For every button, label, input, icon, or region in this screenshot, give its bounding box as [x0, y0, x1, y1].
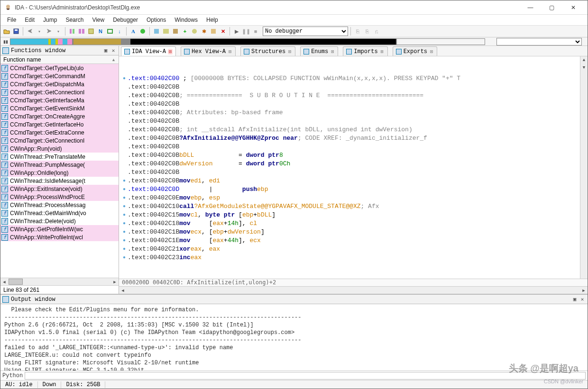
- nav-combo[interactable]: [496, 38, 582, 45]
- menu-windows[interactable]: Windows: [171, 16, 202, 24]
- output-close-icon[interactable]: ✕: [579, 296, 586, 303]
- back-drop-icon[interactable]: ▾: [35, 27, 44, 36]
- tool-plus-icon[interactable]: +: [181, 27, 189, 36]
- code-line[interactable]: ●.text:00402C23 inc eax: [121, 253, 586, 262]
- code-line[interactable]: ●.text:00402C18 mov [eax+14h], cl: [121, 219, 586, 228]
- back-icon[interactable]: ⮜: [26, 27, 34, 36]
- code-line[interactable]: .text:00402C0B ; int __stdcall AfxInitia…: [121, 126, 586, 134]
- tool-h-icon[interactable]: [190, 27, 199, 36]
- function-row[interactable]: fCCmdTarget::GetInterfaceHo: [0, 120, 119, 128]
- function-row[interactable]: fCWinThread::PumpMessage(: [0, 161, 119, 169]
- tool-star-icon[interactable]: ✱: [200, 27, 208, 36]
- tool-f-icon[interactable]: [162, 27, 170, 36]
- tab-imports[interactable]: Imports⊠: [343, 46, 387, 56]
- code-line[interactable]: ●.text:00402C0E mov ebp, esp: [121, 194, 586, 202]
- function-row[interactable]: fCWinThread::PreTranslateMe: [0, 153, 119, 161]
- function-row[interactable]: fCCmdTarget::GetConnectionI: [0, 88, 119, 96]
- tool-l-icon[interactable]: ⎌: [372, 27, 381, 36]
- forward-drop-icon[interactable]: ▾: [54, 27, 63, 36]
- function-row[interactable]: fCCmdTarget::GetTypeLib(ulo: [0, 64, 119, 72]
- text-a-icon[interactable]: A: [129, 27, 138, 36]
- function-row[interactable]: fCWinApp::GetProfileIntW(wc: [0, 225, 119, 233]
- tab-close-icon[interactable]: ⊠: [380, 49, 385, 54]
- panel-close-icon[interactable]: ✕: [110, 47, 117, 54]
- code-line[interactable]: .text:00402C0B: [121, 117, 586, 126]
- function-row[interactable]: fCWinApp::OnIdle(long): [0, 169, 119, 177]
- tab-enums[interactable]: Enums⊠: [300, 46, 338, 56]
- tool-a-icon[interactable]: [68, 27, 76, 36]
- code-line[interactable]: .text:00402C0B: [121, 168, 586, 177]
- code-line[interactable]: .text:00402C0B ; Attributes: bp-based fr…: [121, 109, 586, 117]
- function-row[interactable]: fCWinThread::ProcessMessag: [0, 201, 119, 209]
- code-line[interactable]: ●.text:00402C15 mov cl, byte ptr [ebp+bD…: [121, 211, 586, 219]
- function-row[interactable]: fCWinThread::GetMainWnd(vo: [0, 209, 119, 217]
- code-line[interactable]: ●.text:00402C0B mov edi, edi: [121, 177, 586, 185]
- tab-close-icon[interactable]: ⊠: [330, 49, 335, 54]
- code-line[interactable]: .text:00402C0B ?AfxInitialize@@YGHHK@Z p…: [121, 134, 586, 143]
- tool-c-icon[interactable]: [87, 27, 95, 36]
- code-line[interactable]: ●.text:00402C21 xor eax, eax: [121, 245, 586, 253]
- code-line[interactable]: .text:00402C0B bDLL = dword ptr 8: [121, 151, 586, 160]
- menu-help[interactable]: Help: [202, 16, 222, 24]
- code-line[interactable]: ●.text:00402C0D | push ebp: [121, 185, 586, 194]
- python-input[interactable]: [25, 372, 586, 380]
- menu-edit[interactable]: Edit: [21, 16, 38, 24]
- tab-exports[interactable]: Exports⊠: [393, 46, 437, 56]
- tool-i-icon[interactable]: [209, 27, 218, 36]
- menu-debugger[interactable]: Debugger: [109, 16, 142, 24]
- function-row[interactable]: fCCmdTarget::GetExtraConne: [0, 128, 119, 136]
- function-row[interactable]: fCWinApp::Run(void): [0, 145, 119, 153]
- tool-e-icon[interactable]: [152, 27, 161, 36]
- code-line[interactable]: ●.text:00402C00 ; [0000000B BYTES: COLLA…: [121, 74, 586, 83]
- tool-k-icon[interactable]: ⎘: [363, 27, 371, 36]
- code-line[interactable]: ●.text:00402C1B mov ecx, [ebp+dwVersion]: [121, 228, 586, 236]
- code-line[interactable]: ●.text:00402C1E mov [eax+44h], ecx: [121, 236, 586, 245]
- play-icon[interactable]: ▶: [232, 27, 241, 36]
- functions-hscroll[interactable]: ◄►: [0, 278, 119, 285]
- output-body[interactable]: Please check the Edit/Plugins menu for m…: [0, 304, 588, 371]
- menu-search[interactable]: Search: [62, 16, 87, 24]
- function-row[interactable]: fCCmdTarget::GetConnectionI: [0, 136, 119, 145]
- menu-jump[interactable]: Jump: [39, 16, 61, 24]
- tool-j-icon[interactable]: ⎘: [353, 27, 362, 36]
- code-view[interactable]: ●.text:00402C00 ; [0000000B BYTES: COLLA…: [119, 56, 588, 279]
- code-line[interactable]: ●.text:00402C10 call ?AfxGetModuleState@…: [121, 202, 586, 211]
- code-vscroll[interactable]: ▲▼: [580, 56, 588, 279]
- code-line[interactable]: .text:00402C0B: [121, 100, 586, 109]
- function-row[interactable]: fCWinApp::ExitInstance(void): [0, 185, 119, 193]
- function-row[interactable]: fCWinThread::IsIdleMessage(t: [0, 177, 119, 185]
- code-hscroll[interactable]: ◄►: [119, 286, 588, 294]
- tab-structures[interactable]: Structures⊠: [240, 46, 295, 56]
- function-row[interactable]: fCCmdTarget::GetDispatchMa: [0, 80, 119, 88]
- tab-close-icon[interactable]: ⊠: [429, 49, 434, 54]
- stop-icon[interactable]: ■: [251, 27, 260, 36]
- record-icon[interactable]: [138, 27, 147, 36]
- open-icon[interactable]: [2, 27, 11, 36]
- code-line[interactable]: .text:00402C0B: [121, 83, 586, 91]
- tool-x-icon[interactable]: ✕: [219, 27, 227, 36]
- pause-icon[interactable]: ❚❚: [242, 27, 250, 36]
- functions-list[interactable]: fCCmdTarget::GetTypeLib(ulofCCmdTarget::…: [0, 64, 119, 278]
- tab-ida-view-a[interactable]: IDA View-A⊠: [121, 46, 176, 56]
- tab-hex-view-a[interactable]: Hex View-A⊠: [181, 46, 236, 56]
- menu-view[interactable]: View: [88, 16, 108, 24]
- function-row[interactable]: fCCmdTarget::GetCommandM: [0, 72, 119, 80]
- maximize-button[interactable]: ▢: [541, 1, 562, 14]
- overview-strip[interactable]: [10, 38, 485, 45]
- tool-n-icon[interactable]: N: [96, 27, 105, 36]
- function-row[interactable]: fCWinApp::WriteProfileInt(wcl: [0, 233, 119, 241]
- function-row[interactable]: fCCmdTarget::OnCreateAggre: [0, 112, 119, 120]
- code-line[interactable]: .text:00402C0B dwVersion = dword ptr 0Ch: [121, 160, 586, 168]
- code-line[interactable]: .text:00402C0B: [121, 143, 586, 151]
- menu-options[interactable]: Options: [143, 16, 170, 24]
- debugger-select[interactable]: No debugger: [263, 27, 348, 36]
- output-float-icon[interactable]: ▣: [571, 296, 578, 303]
- panel-float-icon[interactable]: ▣: [102, 47, 109, 54]
- tool-d-icon[interactable]: [106, 27, 114, 36]
- function-row[interactable]: fCCmdTarget::GetInterfaceMa: [0, 96, 119, 104]
- tab-close-icon[interactable]: ⊠: [228, 49, 232, 54]
- tab-close-icon[interactable]: ⊠: [168, 49, 173, 54]
- tool-g-icon[interactable]: [171, 27, 180, 36]
- tool-b-icon[interactable]: [77, 27, 86, 36]
- functions-column-header[interactable]: Function name▲: [0, 55, 119, 64]
